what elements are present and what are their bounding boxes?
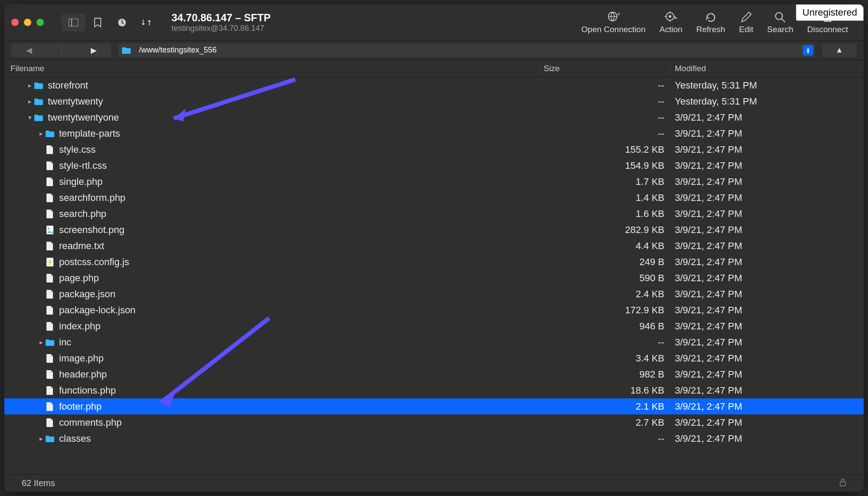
file-list[interactable]: ▸storefront--Yesterday, 5:31 PM▸twentytw… xyxy=(4,77,864,474)
file-row[interactable]: footer.php2.1 KB3/9/21, 2:47 PM xyxy=(4,398,864,414)
file-size: 154.9 KB xyxy=(540,160,670,171)
path-field[interactable]: /www/testingsitex_556 ▲▼ xyxy=(118,43,815,57)
file-row[interactable]: style.css155.2 KB3/9/21, 2:47 PM xyxy=(4,141,864,158)
file-name: footer.php xyxy=(59,401,102,412)
file-row[interactable]: ▾twentytwentyone--3/9/21, 2:47 PM xyxy=(4,109,864,125)
file-icon xyxy=(45,402,55,411)
transfers-button[interactable] xyxy=(134,14,158,31)
zoom-window-button[interactable] xyxy=(36,19,44,26)
file-row[interactable]: functions.php18.6 KB3/9/21, 2:47 PM xyxy=(4,382,864,398)
disclosure-triangle xyxy=(37,162,45,169)
file-name: storefront xyxy=(48,80,88,91)
refresh-button[interactable]: Refresh xyxy=(696,11,726,34)
file-row[interactable]: screenshot.png282.9 KB3/9/21, 2:47 PM xyxy=(4,222,864,238)
file-row[interactable]: package-lock.json172.9 KB3/9/21, 2:47 PM xyxy=(4,302,864,318)
file-row[interactable]: page.php590 B3/9/21, 2:47 PM xyxy=(4,270,864,286)
file-row[interactable]: searchform.php1.4 KB3/9/21, 2:47 PM xyxy=(4,190,864,206)
file-modified: 3/9/21, 2:47 PM xyxy=(670,337,864,348)
nav-forward-button[interactable]: ▶ xyxy=(91,46,97,55)
go-up-button[interactable]: ▲ xyxy=(822,43,857,57)
history-button[interactable] xyxy=(110,14,134,31)
disclosure-triangle xyxy=(37,194,45,201)
file-row[interactable]: index.php946 B3/9/21, 2:47 PM xyxy=(4,318,864,334)
file-size: 18.6 KB xyxy=(540,385,670,396)
file-name: package-lock.json xyxy=(59,305,135,316)
file-row[interactable]: ▸twentytwenty--Yesterday, 5:31 PM xyxy=(4,93,864,109)
file-size: -- xyxy=(540,80,670,91)
open-connection-button[interactable]: + Open Connection xyxy=(581,11,646,34)
file-row[interactable]: search.php1.6 KB3/9/21, 2:47 PM xyxy=(4,206,864,222)
nav-divider xyxy=(61,45,62,55)
file-name: classes xyxy=(59,433,91,444)
disclosure-triangle xyxy=(37,403,45,410)
disclosure-triangle xyxy=(37,387,45,394)
file-row[interactable]: comments.php2.7 KB3/9/21, 2:47 PM xyxy=(4,414,864,430)
file-size: 155.2 KB xyxy=(540,144,670,155)
nav-back-button[interactable]: ◀ xyxy=(26,46,32,55)
column-headers: Filename Size Modified xyxy=(4,60,864,77)
unregistered-badge: Unregistered xyxy=(796,4,864,21)
file-row[interactable]: ▸storefront--Yesterday, 5:31 PM xyxy=(4,77,864,93)
file-size: 249 B xyxy=(540,256,670,268)
file-modified: 3/9/21, 2:47 PM xyxy=(670,208,864,220)
column-filename[interactable]: Filename xyxy=(4,64,540,73)
disclosure-triangle[interactable]: ▸ xyxy=(37,435,45,443)
close-window-button[interactable] xyxy=(11,19,19,26)
statusbar: 62 Items xyxy=(4,474,864,492)
file-icon xyxy=(45,305,55,315)
file-icon xyxy=(45,322,55,331)
path-dropdown-button[interactable]: ▲▼ xyxy=(803,45,813,56)
column-size[interactable]: Size xyxy=(540,64,670,73)
disclosure-triangle xyxy=(37,306,45,314)
minimize-window-button[interactable] xyxy=(24,19,31,26)
file-name: single.php xyxy=(59,176,102,187)
disclosure-triangle xyxy=(37,242,45,250)
toggle-sidebar-button[interactable] xyxy=(61,14,86,31)
disclosure-triangle xyxy=(37,355,45,362)
folder-icon xyxy=(34,113,43,122)
titlebar: 34.70.86.147 – SFTP testingsitex@34.70.8… xyxy=(4,4,864,41)
folder-icon xyxy=(34,97,43,106)
file-name: screenshot.png xyxy=(59,224,124,236)
file-row[interactable]: readme.txt4.4 KB3/9/21, 2:47 PM xyxy=(4,238,864,254)
file-name: header.php xyxy=(59,369,107,380)
file-icon xyxy=(45,145,55,154)
file-name: index.php xyxy=(59,321,100,332)
file-row[interactable]: ▸template-parts--3/9/21, 2:47 PM xyxy=(4,125,864,141)
file-row[interactable]: ▸inc--3/9/21, 2:47 PM xyxy=(4,334,864,350)
file-row[interactable]: image.php3.4 KB3/9/21, 2:47 PM xyxy=(4,350,864,366)
file-modified: 3/9/21, 2:47 PM xyxy=(670,224,864,236)
disclosure-triangle[interactable]: ▸ xyxy=(26,82,34,89)
path-text: /www/testingsitex_556 xyxy=(139,46,217,55)
lock-icon xyxy=(839,478,846,489)
window-subtitle: testingsitex@34.70.86.147 xyxy=(172,24,271,33)
file-modified: 3/9/21, 2:47 PM xyxy=(670,256,864,268)
file-row[interactable]: package.json2.4 KB3/9/21, 2:47 PM xyxy=(4,286,864,302)
file-icon xyxy=(45,370,55,379)
search-button[interactable]: Search xyxy=(767,11,793,34)
file-row[interactable]: ▸classes--3/9/21, 2:47 PM xyxy=(4,430,864,447)
disclosure-triangle[interactable]: ▸ xyxy=(26,98,34,105)
action-menu-button[interactable]: Action xyxy=(660,11,683,34)
file-name: image.php xyxy=(59,353,104,364)
file-name: style.css xyxy=(59,144,96,155)
svg-line-12 xyxy=(782,19,785,22)
disclosure-triangle[interactable]: ▸ xyxy=(37,338,45,346)
edit-button[interactable]: Edit xyxy=(739,11,753,34)
file-name: comments.php xyxy=(59,417,122,428)
disconnect-label: Disconnect xyxy=(807,25,848,34)
disclosure-triangle[interactable]: ▾ xyxy=(26,114,34,122)
file-row[interactable]: style-rtl.css154.9 KB3/9/21, 2:47 PM xyxy=(4,158,864,174)
file-modified: 3/9/21, 2:47 PM xyxy=(670,353,864,364)
bookmarks-button[interactable] xyxy=(86,14,110,31)
action-label: Action xyxy=(660,25,683,34)
file-row[interactable]: postcss.config.js249 B3/9/21, 2:47 PM xyxy=(4,254,864,270)
column-modified[interactable]: Modified xyxy=(670,64,864,73)
file-modified: 3/9/21, 2:47 PM xyxy=(670,112,864,123)
file-size: -- xyxy=(540,337,670,348)
file-row[interactable]: header.php982 B3/9/21, 2:47 PM xyxy=(4,366,864,382)
file-modified: 3/9/21, 2:47 PM xyxy=(670,369,864,380)
disclosure-triangle[interactable]: ▸ xyxy=(37,130,45,138)
disclosure-triangle xyxy=(37,322,45,330)
file-row[interactable]: single.php1.7 KB3/9/21, 2:47 PM xyxy=(4,174,864,190)
